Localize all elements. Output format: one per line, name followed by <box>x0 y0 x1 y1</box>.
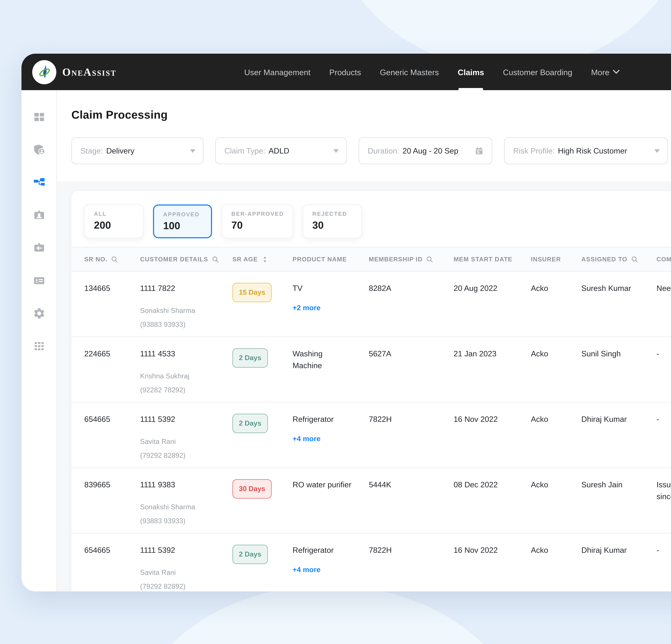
card-return-icon[interactable] <box>33 242 45 254</box>
filter-risk-profile[interactable]: Risk Profile:High Risk Customer <box>504 137 668 164</box>
tab-count: 30 <box>312 219 353 231</box>
customer-name: Sonakshi Sharma <box>140 304 232 318</box>
tab-approved[interactable]: APPROVED100 <box>153 205 212 238</box>
main-nav: User ManagementProductsGeneric MastersCl… <box>244 54 620 90</box>
settings-icon[interactable] <box>33 307 45 320</box>
tab-label: ALL <box>94 210 134 217</box>
cell-membership-id: 8282A <box>369 272 454 295</box>
customer-phone: 1111 9383 <box>140 479 232 491</box>
cell-sr-no: 839665 <box>84 468 140 491</box>
complaints-text: - <box>657 414 671 425</box>
shield-user-icon[interactable] <box>33 143 45 156</box>
workflow-icon[interactable] <box>33 176 45 189</box>
search-icon[interactable] <box>426 255 434 263</box>
search-icon[interactable] <box>111 255 119 263</box>
product-name: Refrigerator <box>293 545 352 556</box>
customer-name: Sonakshi Sharma <box>140 500 232 514</box>
caret-down-icon <box>190 149 195 153</box>
table-row: 1346651111 7822Sonakshi Sharma(93883 939… <box>72 272 671 337</box>
table-header-row: SR NO.CUSTOMER DETAILSSR AGEPRODUCT NAME… <box>72 247 671 272</box>
main-content: Claim Processing Stage:DeliveryClaim Typ… <box>57 90 671 591</box>
apps-grid-icon[interactable] <box>33 340 45 352</box>
tab-ber-approved[interactable]: BER-APPROVED70 <box>222 205 293 238</box>
tab-count: 200 <box>94 219 134 231</box>
table-row: 2246651111 4533Krishna Sukhraj(92282 782… <box>72 337 671 402</box>
more-products-link[interactable]: +2 more <box>293 302 320 313</box>
tab-label: REJECTED <box>312 210 353 217</box>
cell-product-name: Refrigerator+4 more <box>293 533 369 576</box>
product-name: Refrigerator <box>293 414 352 425</box>
column-header-label: SR AGE <box>232 256 258 262</box>
nav-item-claims[interactable]: Claims <box>458 54 484 90</box>
search-icon[interactable] <box>211 255 219 263</box>
cell-customer-details: 1111 4533Krishna Sukhraj(92282 78292) <box>140 337 232 397</box>
cell-product-name: Washing Machine <box>293 337 369 372</box>
background-blob <box>124 585 531 644</box>
nav-item-generic-masters[interactable]: Generic Masters <box>380 54 439 90</box>
nav-item-customer-boarding[interactable]: Customer Boarding <box>503 54 572 90</box>
tab-label: APPROVED <box>163 211 202 217</box>
list-alert-icon[interactable] <box>33 274 45 287</box>
sr-age-badge: 15 Days <box>232 283 272 302</box>
tab-all[interactable]: ALL200 <box>84 205 143 238</box>
sr-age-badge: 2 Days <box>232 545 268 564</box>
filter-duration[interactable]: Duration:20 Aug - 20 Sep <box>358 137 492 164</box>
id-card-icon[interactable] <box>33 209 45 222</box>
product-name: TV <box>293 283 352 295</box>
column-header-label: COMPLAINTS <box>657 256 671 262</box>
table-body: 1346651111 7822Sonakshi Sharma(93883 939… <box>72 272 671 591</box>
filter-fields: Stage:DeliveryClaim Type:ADLDDuration:20… <box>72 137 668 164</box>
cell-customer-details: 1111 5392Savita Rani(79292 82892) <box>140 402 232 463</box>
more-products-link[interactable]: +4 more <box>293 564 320 575</box>
nav-item-user-management[interactable]: User Management <box>244 54 311 90</box>
cell-membership-id: 7822H <box>369 533 454 556</box>
column-header-assigned-to: ASSIGNED TO <box>581 255 657 263</box>
dashboard-icon[interactable] <box>33 111 45 124</box>
cell-complaints: Need quick resolution <box>657 272 671 295</box>
nav-item-label: More <box>591 67 609 76</box>
tab-rejected[interactable]: REJECTED30 <box>303 205 362 238</box>
nav-item-label: Generic Masters <box>380 67 439 76</box>
nav-item-label: Customer Boarding <box>503 67 572 76</box>
filter-value: ADLD <box>268 146 289 155</box>
cell-customer-details: 1111 9383Sonakshi Sharma(93883 93933) <box>140 468 232 528</box>
cell-assigned-to: Dhiraj Kumar <box>581 533 657 556</box>
complaints-text: Issue not resolved since 30 days. <box>657 479 671 503</box>
sidebar <box>22 90 57 591</box>
cell-mem-start-date: 20 Aug 2022 <box>454 272 531 295</box>
filter-value: High Risk Customer <box>558 146 627 155</box>
customer-alt-phone: (79292 82892) <box>140 449 232 463</box>
filter-stage[interactable]: Stage:Delivery <box>72 137 203 164</box>
filter-label: Risk Profile: <box>513 146 555 155</box>
page-title: Claim Processing <box>72 108 671 121</box>
cell-mem-start-date: 16 Nov 2022 <box>454 402 531 425</box>
search-icon[interactable] <box>631 255 639 263</box>
column-header-label: ASSIGNED TO <box>581 256 628 262</box>
cell-sr-age: 2 Days <box>232 402 293 433</box>
cell-complaints: Issue not resolved since 30 days. <box>657 468 671 503</box>
tab-label: BER-APPROVED <box>231 210 284 217</box>
customer-alt-phone: (92282 78292) <box>140 383 232 397</box>
cell-sr-age: 15 Days <box>232 272 293 302</box>
nav-item-products[interactable]: Products <box>329 54 361 90</box>
sort-icon[interactable] <box>261 255 269 263</box>
nav-item-more[interactable]: More <box>591 54 620 90</box>
cell-sr-no: 654665 <box>84 533 140 556</box>
cell-complaints: - <box>657 402 671 425</box>
table-row: 6546651111 5392Savita Rani(79292 82892)2… <box>72 533 671 591</box>
cell-customer-details: 1111 7822Sonakshi Sharma(93883 93933) <box>140 272 232 332</box>
column-header-label: PRODUCT NAME <box>293 256 347 262</box>
more-products-link[interactable]: +4 more <box>293 434 320 445</box>
customer-name: Krishna Sukhraj <box>140 369 232 383</box>
body: Claim Processing Stage:DeliveryClaim Typ… <box>22 90 671 591</box>
filter-claim-type[interactable]: Claim Type:ADLD <box>215 137 347 164</box>
app-window: OneAssist User ManagementProductsGeneric… <box>22 54 671 591</box>
cell-product-name: TV+2 more <box>293 272 369 314</box>
cell-complaints: - <box>657 533 671 556</box>
cell-assigned-to: Suresh Jain <box>581 468 657 491</box>
cell-insurer: Acko <box>531 272 581 295</box>
nav-item-label: Products <box>329 67 361 76</box>
claims-table: SR NO.CUSTOMER DETAILSSR AGEPRODUCT NAME… <box>72 247 671 591</box>
complaints-text: Need quick resolution <box>657 283 671 295</box>
customer-phone: 1111 7822 <box>140 283 232 295</box>
